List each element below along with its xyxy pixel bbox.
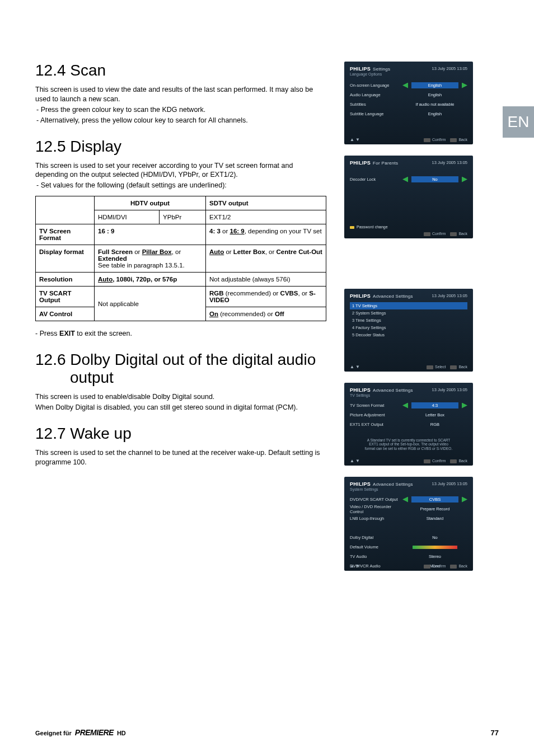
brand-label: PHILIPSAdvanced Settings <box>350 293 413 299</box>
dispfmt-sd-letter: Letter Box <box>233 248 265 255</box>
screenshot-advanced-menu: PHILIPSAdvanced Settings 13 July 2005 13… <box>344 289 473 372</box>
menu-system-settings: 2 System Settings <box>350 309 467 317</box>
arrow-left-icon <box>402 403 408 408</box>
footer-brand-suffix: HD <box>117 730 126 736</box>
scart-or: , or <box>298 290 310 297</box>
nav-arrows-icon: ▲▼ <box>350 137 361 142</box>
screen-footer: ConfirmBack <box>419 232 467 236</box>
language-badge: EN <box>503 106 534 138</box>
col-sdtv: SDTV output <box>206 196 326 210</box>
exit-note: - Press EXIT to exit the screen. <box>35 329 326 339</box>
menu-decoder-status: 5 Decoder Status <box>350 331 467 339</box>
screen-date: 13 July 2005 13:05 <box>432 66 467 71</box>
dispfmt-sd-auto: Auto <box>209 248 224 255</box>
footer-brand: PREMIERE <box>75 728 114 737</box>
row-dvd-scart: DVD/VCR SCART OutputCVBS <box>350 496 467 503</box>
dispfmt-note: See table in paragraph 13.5.1. <box>98 262 185 269</box>
arrow-right-icon <box>462 403 467 408</box>
res-sdtv: Not adjustable (always 576i) <box>206 273 326 287</box>
row-dolby: Dolby DigitalNo <box>350 534 467 541</box>
brand-label: PHILIPSFor Parents <box>350 160 398 166</box>
dolby-h2: output <box>70 369 114 386</box>
row-lnb: LNB Loop-throughStandard <box>350 515 467 522</box>
row-ext1-output: EXT1 EXT OutputRGB <box>350 421 467 428</box>
tvfmt-sdtv-suffix: , depending on your TV set <box>245 228 322 234</box>
row-recorder-control: Video / DVD Recorder ControlPrepare Reco… <box>350 505 467 513</box>
brand-label: PHILIPSAdvanced Settings <box>350 387 413 393</box>
nav-arrows-icon: ▲▼ <box>350 364 361 369</box>
row-subtitles: SubtitlesIf audio not available <box>350 101 467 108</box>
heading-dolby: 12.6 Dolby Digital out of the digital au… <box>35 351 326 387</box>
dispfmt-or2: , or <box>172 248 181 255</box>
dispfmt-full: Full Screen <box>98 248 133 255</box>
dolby-body1: This screen is used to enable/disable Do… <box>35 392 326 402</box>
row-audio-lang: Audio LanguageEnglish <box>350 91 467 98</box>
dispfmt-sd-or1: or <box>224 248 233 255</box>
screenshot-system-settings: PHILIPSAdvanced Settings 13 July 2005 13… <box>344 477 473 571</box>
screenshot-tv-settings: PHILIPSAdvanced Settings 13 July 2005 13… <box>344 383 473 466</box>
brand-label: PHILIPSSettings <box>350 66 390 72</box>
screen-date: 13 July 2005 13:05 <box>432 387 467 392</box>
av-sdtv: On (recommended) or Off <box>206 307 326 321</box>
display-bullet: - Set values for the following (default … <box>35 181 326 190</box>
av-mid: (recommended) or <box>218 311 275 317</box>
row-default-volume: Default Volume <box>350 543 467 551</box>
tvfmt-hdtv: 16 : 9 <box>98 228 114 234</box>
arrow-right-icon <box>462 177 467 182</box>
subcol-ypbpr: YPbPr <box>160 210 206 224</box>
menu-factory-settings: 4 Factory Settings <box>350 324 467 331</box>
subcol-hdmi: HDMI/DVI <box>95 210 160 224</box>
tvfmt-sdtv-43: 4: 3 <box>209 228 221 234</box>
res-hdtv: Auto, 1080i, 720p, or 576p <box>95 273 206 287</box>
row-resolution: Resolution <box>36 273 95 287</box>
breadcrumb: System Settings <box>350 487 467 491</box>
display-settings-table: HDTV output SDTV output HDMI/DVI YPbPr E… <box>35 196 326 321</box>
dispfmt-ext: Extended <box>98 255 127 262</box>
scan-bullet-1: - Press the green colour key to scan the… <box>35 105 326 115</box>
dispfmt-or1: or <box>133 248 142 255</box>
screen-footer: ConfirmBack <box>419 459 467 463</box>
scart-cvbs: CVBS <box>280 290 298 297</box>
tvfmt-sdtv: 4: 3 or 16: 9, depending on your TV set <box>206 224 326 245</box>
av-on: On <box>209 311 218 317</box>
screen-footer: ConfirmBack <box>419 138 467 142</box>
tvfmt-sdtv-or: or <box>221 228 230 234</box>
brand-label: PHILIPSAdvanced Settings <box>350 481 413 487</box>
breadcrumb: TV Settings <box>350 393 467 397</box>
dolby-body2: When Dolby Digital is disabled, you can … <box>35 403 326 412</box>
res-auto: Auto <box>98 276 113 283</box>
heading-scan: 12.4 Scan <box>35 62 326 79</box>
page-number: 77 <box>491 729 499 737</box>
row-scart: TV SCART Output <box>36 287 95 307</box>
scart-rgb: RGB <box>209 290 224 297</box>
row-spacer <box>350 524 467 532</box>
row-tv-screen-format: TV Screen Format <box>36 224 95 245</box>
scan-bullet-2: - Alternatively, press the yellow colour… <box>35 116 326 125</box>
screen-footer: SelectBack <box>422 365 467 369</box>
row-picture-adjust: Picture AdjustmentLetter Box <box>350 411 467 419</box>
help-text: A Standard TV set is currently connected… <box>364 438 453 451</box>
tvfmt-sdtv-169: 16: 9 <box>229 228 244 234</box>
menu-tv-settings: 1 TV Settings <box>350 302 467 309</box>
password-change-hint: Password change <box>350 225 388 229</box>
nav-arrows-icon: ▲▼ <box>350 564 361 569</box>
subcol-ext: EXT1/2 <box>206 210 326 224</box>
scan-body: This screen is used to view the date and… <box>35 85 326 104</box>
scart-mid: (recommended) or <box>224 290 280 297</box>
row-tv-screen-format: TV Screen Format4:3 <box>350 402 467 409</box>
scart-hdtv: Not applicable <box>95 287 206 321</box>
exit-pre: - Press <box>35 330 59 337</box>
screen-date: 13 July 2005 13:05 <box>432 293 467 298</box>
screen-footer: ConfirmBack <box>419 564 467 569</box>
screenshot-column: PHILIPSSettings 13 July 2005 13:05 Langu… <box>344 62 479 582</box>
volume-bar-icon <box>413 546 457 549</box>
av-off: Off <box>275 311 284 317</box>
screenshot-language-options: PHILIPSSettings 13 July 2005 13:05 Langu… <box>344 62 473 144</box>
arrow-left-icon <box>402 83 408 88</box>
display-body: This screen is used to set your receiver… <box>35 161 326 180</box>
nav-arrows-icon: ▲▼ <box>350 458 361 463</box>
res-rest: , 1080i, 720p, or 576p <box>113 276 177 283</box>
arrow-left-icon <box>402 497 408 503</box>
scart-sdtv: RGB (recommended) or CVBS, or S-VIDEO <box>206 287 326 307</box>
dispfmt-sd-or2: , or <box>265 248 277 255</box>
